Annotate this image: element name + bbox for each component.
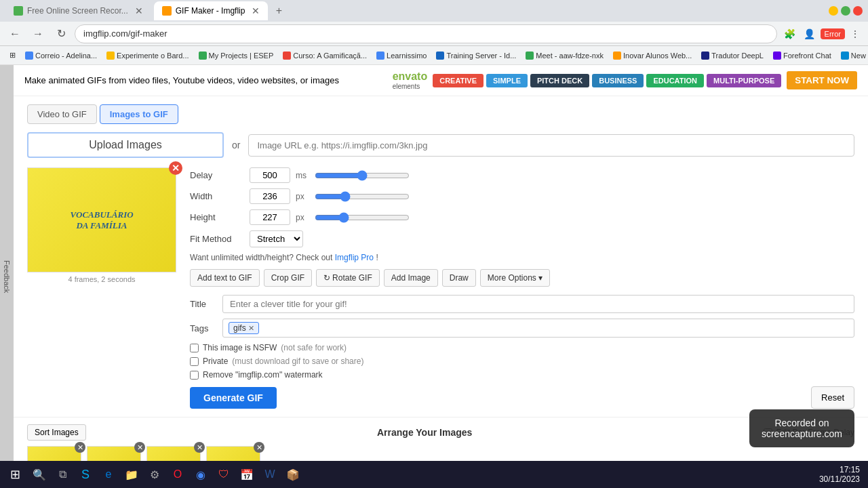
nsfw-checkbox[interactable]	[190, 344, 199, 352]
bookmark-learnissimo[interactable]: Learnissimo	[372, 50, 431, 61]
thumb-remove-tio[interactable]: ✕	[75, 442, 85, 453]
nsfw-sublabel: (not safe for work)	[281, 343, 347, 352]
recording-overlay: Recorded on screencapture.com	[749, 409, 854, 447]
height-slider[interactable]	[315, 212, 410, 223]
taskbar-skype[interactable]: S	[75, 464, 96, 485]
width-input[interactable]	[250, 188, 290, 204]
rotate-icon: ↻	[323, 273, 330, 283]
title-bar: Free Online Screen Recor... ✕ GIF Maker …	[0, 0, 868, 22]
start-now-button[interactable]: START NOW	[787, 71, 857, 89]
add-text-button[interactable]: Add text to GIF	[190, 269, 260, 287]
tab-favicon-screen	[14, 6, 23, 16]
taskbar-extras[interactable]: 📦	[282, 464, 304, 485]
tag-remove[interactable]: ✕	[248, 324, 254, 333]
refresh-button[interactable]: ↻	[52, 24, 71, 43]
taskbar-search[interactable]: 🔍	[28, 464, 50, 485]
bookmark-training[interactable]: Training Server - Id...	[432, 50, 520, 61]
settings-panel: Delay ms Width px Height px	[190, 167, 854, 409]
close-button[interactable]	[853, 6, 863, 16]
tab-images-to-gif[interactable]: Images to GIF	[100, 104, 178, 124]
thumb-remove-primo[interactable]: ✕	[254, 442, 264, 453]
nav-right: 🧩 👤 Error ⋮	[781, 26, 863, 42]
preview-area: ✕ VOCABULÁRIODA FAMÍLIA 4 frames, 2 seco…	[27, 167, 176, 409]
private-sublabel: (must download gif to save or share)	[232, 357, 363, 366]
theme-btn-simple[interactable]: SIMPLE	[486, 74, 528, 87]
width-row: Width px	[190, 188, 854, 204]
delay-input[interactable]	[250, 167, 290, 183]
remove-image-button[interactable]: ✕	[169, 161, 182, 175]
menu-button[interactable]: ⋮	[848, 26, 863, 42]
address-bar[interactable]: imgflip.com/gif-maker	[75, 24, 777, 43]
draw-button[interactable]: Draw	[442, 269, 476, 287]
theme-btn-pitch[interactable]: PITCH DECK	[530, 74, 589, 87]
extensions-button[interactable]: 🧩	[781, 26, 798, 42]
taskbar-antivirus[interactable]: 🛡	[213, 464, 235, 485]
feedback-sidebar[interactable]: Feedback	[0, 65, 14, 488]
bookmarks-bar: ⊞ Correio - Adelina... Experimente o Bar…	[0, 46, 868, 65]
theme-btn-creative[interactable]: CREATIVE	[433, 74, 484, 87]
bookmark-icon	[613, 52, 621, 60]
width-slider[interactable]	[315, 191, 410, 202]
fit-select[interactable]: Stretch Cover Contain Fill	[250, 230, 303, 247]
taskbar-chrome[interactable]: ◉	[190, 464, 212, 485]
add-image-button[interactable]: Add Image	[384, 269, 438, 287]
bookmark-projects[interactable]: My Projects | ESEP	[195, 50, 278, 61]
tab-video-to-gif[interactable]: Video to GIF	[27, 104, 97, 124]
crop-gif-button[interactable]: Crop GIF	[264, 269, 312, 287]
start-button[interactable]: ⊞	[3, 462, 27, 487]
arrange-header: Sort Images Arrange Your Images Edit Per…	[27, 424, 854, 441]
theme-btn-education[interactable]: EDUCATION	[646, 74, 704, 87]
bookmark-forefront[interactable]: Forefront Chat	[769, 50, 835, 61]
bookmark-curso[interactable]: Curso: A Gamificaçã...	[279, 50, 371, 61]
thumb-remove-padrinho[interactable]: ✕	[194, 442, 205, 453]
url-input[interactable]	[248, 134, 854, 157]
rotate-gif-button[interactable]: ↻Rotate GIF	[316, 269, 380, 287]
bookmark-bard[interactable]: Experimente o Bard...	[102, 50, 193, 61]
bookmark-deepl[interactable]: Tradutor DeepL	[697, 50, 768, 61]
pro-link[interactable]: Imgflip Pro	[335, 253, 374, 262]
back-button[interactable]: ←	[5, 24, 24, 43]
theme-btn-business[interactable]: BUSINESS	[592, 74, 644, 87]
thumb-remove-voc[interactable]: ✕	[134, 442, 145, 453]
upload-row: Upload Images or	[27, 132, 854, 158]
forward-button[interactable]: →	[28, 24, 47, 43]
tab-gifmaker[interactable]: GIF Maker - Imgflip ✕	[154, 1, 269, 20]
bookmark-inovar[interactable]: Inovar Alunos Web...	[609, 50, 696, 61]
taskbar-word[interactable]: W	[259, 464, 281, 485]
delay-slider[interactable]	[315, 170, 410, 181]
tab-screen-recorder[interactable]: Free Online Screen Recor... ✕	[5, 1, 151, 20]
upload-images-button[interactable]: Upload Images	[27, 132, 224, 158]
sort-images-button[interactable]: Sort Images	[27, 424, 86, 441]
bookmark-apps[interactable]: ⊞	[5, 49, 20, 61]
main-content: Make animated GIFs from video files, You…	[14, 65, 868, 488]
taskbar-file-explorer[interactable]: 📁	[121, 464, 142, 485]
recording-line1: Recorded on	[762, 418, 842, 428]
bookmark-newchat[interactable]: New chat	[837, 50, 868, 61]
theme-btn-multi[interactable]: MULTI-PURPOSE	[707, 74, 781, 87]
generate-gif-button[interactable]: Generate GIF	[190, 387, 277, 409]
height-input[interactable]	[250, 209, 290, 225]
tags-row: Tags gifs ✕	[190, 319, 854, 338]
reset-button[interactable]: Reset	[811, 386, 854, 409]
watermark-checkbox[interactable]	[190, 371, 199, 380]
taskbar-settings[interactable]: ⚙	[144, 464, 165, 485]
tab-close-gif[interactable]: ✕	[252, 5, 260, 16]
more-options-button[interactable]: More Options ▾	[480, 269, 550, 287]
taskbar-edge[interactable]: e	[98, 464, 119, 485]
tab-close-screen[interactable]: ✕	[135, 5, 143, 16]
minimize-button[interactable]	[829, 6, 838, 16]
profile-button[interactable]: 👤	[801, 26, 818, 42]
taskbar-task-view[interactable]: ⧉	[52, 464, 73, 485]
title-input[interactable]	[222, 295, 854, 313]
tag-input-area[interactable]: gifs ✕	[222, 319, 854, 338]
bookmark-correio[interactable]: Correio - Adelina...	[21, 50, 101, 61]
bookmark-meet[interactable]: Meet - aaw-fdze-nxk	[521, 50, 608, 61]
private-checkbox[interactable]	[190, 357, 199, 366]
maximize-button[interactable]	[841, 6, 850, 16]
taskbar-opera[interactable]: O	[167, 464, 189, 485]
taskbar-calendar[interactable]: 📅	[236, 464, 258, 485]
or-text: or	[232, 140, 240, 150]
new-tab-button[interactable]: +	[271, 3, 287, 19]
generate-row: Generate GIF Reset	[190, 386, 854, 409]
sticky-note-preview: VOCABULÁRIODA FAMÍLIA	[28, 168, 176, 272]
